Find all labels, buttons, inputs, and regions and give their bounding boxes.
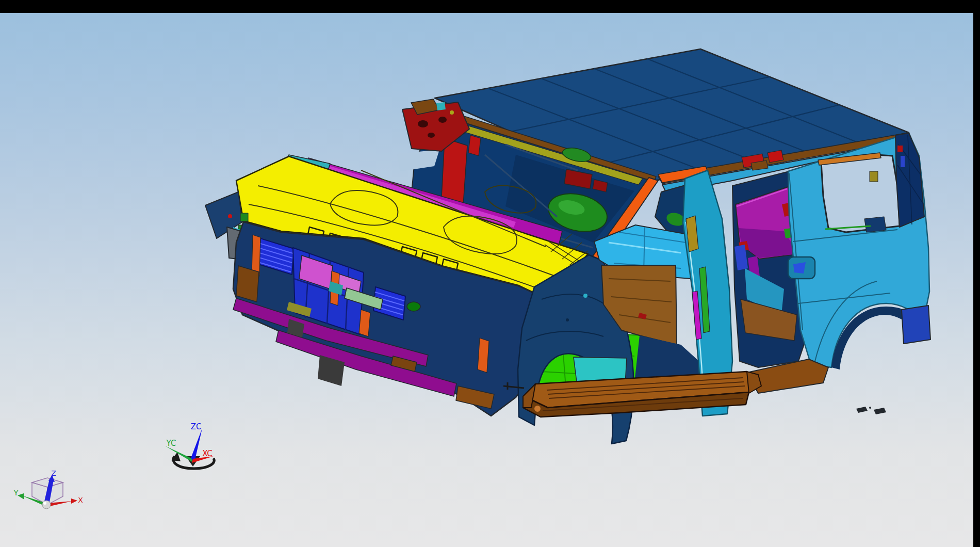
- bracket-hole3: [428, 133, 435, 138]
- bracket-hole2: [438, 117, 447, 123]
- view-y-label: Y: [13, 489, 19, 497]
- wcs-y-label: YC: [166, 439, 176, 448]
- left-corner-red-dot: [228, 214, 232, 218]
- top-black-bar: [0, 0, 980, 13]
- fender-teal-dot: [583, 294, 587, 298]
- rear-lower-blue-part[interactable]: [902, 305, 930, 344]
- right-black-bar: [973, 13, 980, 547]
- view-triad[interactable]: Z Y X: [13, 469, 83, 509]
- wcs-triad[interactable]: ZC YC XC: [165, 422, 214, 469]
- wcs-x-label: XC: [202, 449, 213, 458]
- d-pillar-red-bit: [897, 146, 903, 152]
- view-origin-sphere[interactable]: [42, 501, 51, 509]
- fender-hole-dot: [566, 318, 569, 321]
- car-model[interactable]: [205, 49, 930, 444]
- wcs-z-axis[interactable]: [190, 428, 202, 461]
- view-z-label: Z: [51, 469, 56, 477]
- scene-svg: ZC YC XC Z Y X: [0, 0, 980, 547]
- view-origin-sphere-highlight: [43, 502, 46, 505]
- view-x-arrowhead: [71, 498, 77, 504]
- bracket-hole1: [418, 120, 428, 127]
- loose-part3: [869, 407, 871, 409]
- quarter-window-sky: [821, 155, 900, 232]
- rail-tip-teal: [436, 102, 446, 110]
- loose-part2[interactable]: [874, 408, 886, 414]
- wcs-z-label: ZC: [191, 422, 202, 431]
- window-bottom-bracket: [864, 217, 886, 232]
- rocker-copper-corner: [534, 406, 541, 412]
- left-corner-green1: [240, 213, 248, 221]
- view-x-label: X: [78, 496, 83, 504]
- rear-header-red-part2[interactable]: [767, 150, 783, 163]
- dash-red-bar-small[interactable]: [468, 135, 481, 156]
- orange-upright4[interactable]: [478, 338, 489, 373]
- orange-upright3[interactable]: [359, 310, 370, 336]
- brown-bracket-left[interactable]: [236, 266, 259, 302]
- window-olive-tab: [870, 171, 878, 182]
- loose-part1[interactable]: [856, 407, 868, 413]
- bracket-olive-dot: [450, 110, 454, 115]
- d-pillar-blue-bit: [901, 156, 905, 167]
- loose-parts[interactable]: [856, 407, 886, 414]
- view-y-arrowhead: [18, 493, 24, 500]
- quarter-panel-assembly[interactable]: [788, 133, 930, 369]
- green-grommet: [407, 302, 420, 311]
